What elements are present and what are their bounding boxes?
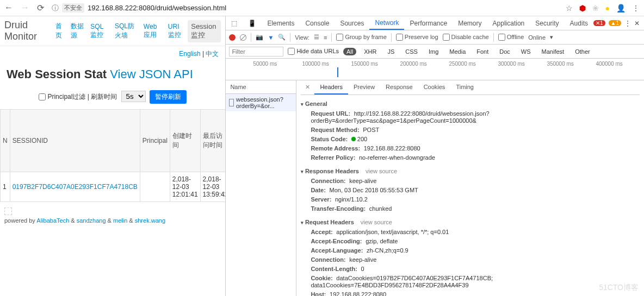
timeline[interactable]: 50000 ms 100000 ms 150000 ms 200000 ms 2… — [226, 59, 644, 80]
error-count[interactable]: ✕1 — [593, 20, 605, 26]
page-title: Web Session Stat View JSON API — [0, 62, 225, 87]
profile-icon[interactable]: 👤 — [616, 4, 626, 12]
inspect-icon[interactable]: ⬚ — [226, 16, 243, 30]
nav-session[interactable]: Session监控 — [188, 20, 221, 42]
view-json-link[interactable]: View JSON API — [110, 67, 193, 81]
type-css[interactable]: CSS — [402, 48, 421, 55]
tab-memory[interactable]: Memory — [453, 16, 487, 30]
subtab-headers[interactable]: Headers — [314, 80, 348, 95]
type-other[interactable]: Other — [572, 48, 593, 55]
record-icon[interactable] — [229, 34, 236, 41]
nav-web[interactable]: Web应用 — [144, 23, 162, 40]
tab-application[interactable]: Application — [487, 16, 530, 30]
druid-nav: Druid Monitor 首页 数据源 SQL监控 SQL防火墙 Web应用 … — [0, 16, 225, 46]
clear-icon[interactable] — [240, 34, 246, 41]
group-frame-checkbox[interactable]: Group by frame — [336, 34, 386, 41]
type-img[interactable]: Img — [425, 48, 442, 55]
lang-en[interactable]: English — [179, 50, 200, 58]
url-text: 192.168.88.222:8080/druid/websession.htm… — [88, 4, 226, 12]
ext-icon-2[interactable]: ● — [605, 4, 610, 12]
request-headers-section[interactable]: Request Headersview source — [301, 217, 640, 228]
type-font[interactable]: Font — [473, 48, 492, 55]
address-bar[interactable]: ⓘ 不安全 192.168.88.222:8080/druid/websessi… — [52, 3, 566, 13]
session-table: N SESSIONID Principal 创建时间 最后访问时间 访问ip地址… — [0, 109, 226, 202]
type-xhr[interactable]: XHR — [361, 48, 380, 55]
capture-icon[interactable]: 📷 — [256, 34, 263, 41]
subtab-response[interactable]: Response — [380, 80, 418, 95]
brand: Druid Monitor — [4, 20, 45, 42]
tab-network[interactable]: Network — [369, 16, 404, 30]
close-devtools-icon[interactable]: ✕ — [634, 20, 640, 27]
forward-icon[interactable]: → — [21, 3, 29, 13]
device-icon[interactable]: 📱 — [243, 16, 262, 30]
filter-input[interactable] — [229, 47, 283, 56]
type-doc[interactable]: Doc — [496, 48, 513, 55]
type-all[interactable]: All — [343, 48, 356, 55]
col-name[interactable]: Name — [226, 80, 296, 94]
link-alibaba[interactable]: AlibabaTech — [36, 217, 69, 224]
status-dot-icon — [351, 137, 356, 141]
table-row: 1 0197B2F7D6C407A0E293F1CF7A4718CB 2,018… — [1, 172, 226, 202]
col-last[interactable]: 最后访问时间 — [200, 110, 226, 172]
menu-icon[interactable]: ⋮ — [632, 4, 640, 12]
view-source-link[interactable]: view source — [361, 219, 392, 225]
adblock-icon[interactable]: ⬢ — [579, 4, 586, 12]
pause-refresh-button[interactable]: 暂停刷新 — [150, 90, 187, 104]
tab-security[interactable]: Security — [530, 16, 564, 30]
col-principal[interactable]: Principal — [140, 110, 170, 172]
throttle-select[interactable]: Online — [528, 34, 546, 41]
chevron-down-icon: ▾ — [550, 34, 553, 41]
close-detail-icon[interactable]: ✕ — [301, 80, 314, 95]
nav-uri[interactable]: URI监控 — [168, 23, 184, 40]
filter-icon[interactable]: ▼ — [268, 34, 274, 41]
hide-dataurls-checkbox[interactable]: Hide data URLs — [288, 48, 339, 55]
refresh-select[interactable]: 5s — [121, 91, 146, 102]
nav-home[interactable]: 首页 — [55, 22, 64, 40]
principal-filter-checkbox[interactable] — [39, 93, 46, 100]
col-sid[interactable]: SESSIONID — [10, 110, 140, 172]
settings-icon[interactable]: ⋮ — [624, 20, 631, 27]
type-media[interactable]: Media — [446, 48, 469, 55]
nav-sql[interactable]: SQL监控 — [90, 23, 108, 40]
subtab-cookies[interactable]: Cookies — [418, 80, 451, 95]
tab-audits[interactable]: Audits — [565, 16, 593, 30]
warning-count[interactable]: ▲1 — [609, 20, 621, 26]
view-small-icon[interactable]: ≡ — [324, 34, 327, 41]
subtab-timing[interactable]: Timing — [450, 80, 479, 95]
info-icon: ⓘ — [52, 3, 59, 13]
tab-console[interactable]: Console — [300, 16, 335, 30]
ext-icon[interactable]: ❀ — [592, 4, 599, 12]
nav-datasource[interactable]: 数据源 — [71, 22, 84, 40]
col-n[interactable]: N — [1, 110, 10, 172]
col-create[interactable]: 创建时间 — [170, 110, 200, 172]
tab-performance[interactable]: Performance — [404, 16, 453, 30]
browser-bar: ← → ⟳ ⓘ 不安全 192.168.88.222:8080/druid/we… — [0, 0, 644, 16]
lang-cn[interactable]: 中文 — [206, 50, 219, 58]
response-headers-section[interactable]: Response Headersview source — [301, 166, 640, 177]
star-icon[interactable]: ☆ — [566, 4, 573, 12]
network-toolbar: 📷 ▼ 🔍 View: ☰ ≡ Group by frame Preserve … — [226, 30, 644, 45]
general-section[interactable]: General — [301, 98, 640, 109]
request-row[interactable]: websession.json?orderBy=&or... — [226, 94, 296, 111]
link-sandzhang[interactable]: sandzhang — [77, 217, 106, 224]
back-icon[interactable]: ← — [4, 3, 13, 13]
nav-wall[interactable]: SQL防火墙 — [115, 22, 137, 40]
watermark: 51CTO博客 — [599, 283, 639, 293]
offline-checkbox[interactable]: Offline — [498, 34, 524, 41]
session-id-link[interactable]: 0197B2F7D6C407A0E293F1CF7A4718CB — [10, 172, 140, 202]
disable-cache-checkbox[interactable]: Disable cache — [443, 34, 489, 41]
view-large-icon[interactable]: ☰ — [314, 34, 319, 41]
link-melin[interactable]: melin — [113, 217, 127, 224]
link-shrek[interactable]: shrek.wang — [135, 217, 165, 224]
reload-icon[interactable]: ⟳ — [37, 3, 44, 13]
search-icon[interactable]: 🔍 — [278, 34, 286, 41]
subtab-preview[interactable]: Preview — [348, 80, 380, 95]
preserve-log-checkbox[interactable]: Preserve log — [396, 34, 438, 41]
type-manifest[interactable]: Manifest — [538, 48, 568, 55]
view-source-link[interactable]: view source — [366, 168, 397, 174]
tab-sources[interactable]: Sources — [335, 16, 369, 30]
timeline-cursor — [337, 67, 338, 77]
type-js[interactable]: JS — [385, 48, 398, 55]
type-ws[interactable]: WS — [518, 48, 534, 55]
tab-elements[interactable]: Elements — [262, 16, 300, 30]
